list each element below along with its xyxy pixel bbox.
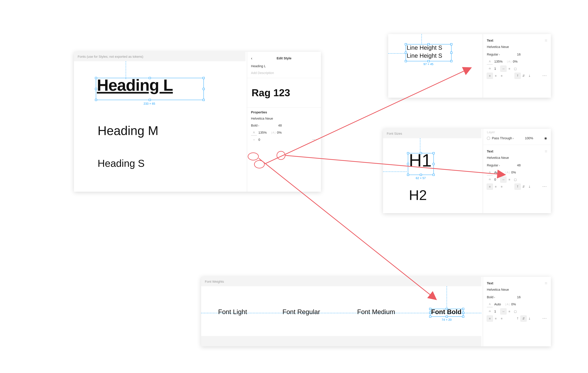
text-resize-group[interactable]: ↔ ≡ ▢	[500, 308, 518, 314]
font-weight-select[interactable]: Bold▾	[251, 124, 276, 127]
canvas[interactable]: H1 62 × 57 H2	[383, 138, 481, 213]
canvas[interactable]: Font Light Font Regular Font Medium Font…	[201, 286, 481, 336]
align-left-icon[interactable]: ≡	[487, 316, 493, 321]
frame-header: Font Weights	[201, 277, 481, 286]
properties-label: Properties	[251, 110, 317, 114]
visibility-icon[interactable]: ◉	[544, 136, 547, 140]
align-right-icon[interactable]: ≡	[499, 73, 504, 79]
align-center-icon[interactable]: ≡	[493, 73, 499, 79]
vertical-align-group[interactable]: ⤒ ⇵ ⤓	[515, 316, 532, 321]
text-resize-group[interactable]: ↔ ≡ ▢	[500, 176, 518, 183]
style-preview: Rag 123	[252, 87, 290, 98]
align-middle-icon[interactable]: ⇵	[521, 73, 526, 79]
style-options-icon[interactable]: ∷	[545, 150, 547, 153]
font-size-input[interactable]: 48	[517, 164, 521, 167]
line-height-input[interactable]: Auto	[494, 302, 501, 306]
align-middle-icon[interactable]: ⇵	[521, 184, 526, 190]
paragraph-spacing-input[interactable]: 0	[258, 138, 260, 142]
font-weight-select[interactable]: Regular▾	[487, 53, 515, 56]
style-name-input[interactable]: Heading L	[251, 64, 317, 68]
font-size-input[interactable]: 16	[517, 295, 521, 299]
font-size-input[interactable]: 16	[517, 53, 521, 56]
font-weight-select[interactable]: Regular▾	[487, 164, 515, 167]
font-family-select[interactable]: Helvetica Neue	[487, 288, 547, 292]
align-top-icon[interactable]: ⤒	[515, 73, 521, 79]
horizontal-align-group[interactable]: ≡ ≡ ≡	[487, 316, 504, 321]
style-options-icon[interactable]: ∷	[545, 39, 547, 43]
panel-line-height: Line Height S Line Height S 97 × 45 Text…	[388, 34, 551, 98]
back-icon[interactable]: ‹	[251, 56, 252, 61]
font-family-select[interactable]: Helvetica Neue	[251, 117, 317, 121]
auto-height-icon[interactable]: ≡	[506, 66, 512, 72]
align-top-icon[interactable]: ⤒	[515, 316, 521, 321]
paragraph-spacing-input[interactable]: 0	[494, 178, 496, 181]
letter-spacing-input[interactable]: 0%	[277, 131, 282, 134]
letter-spacing-input[interactable]: 0%	[513, 60, 518, 64]
align-left-icon[interactable]: ≡	[487, 73, 493, 79]
frame-label: Font Sizes	[387, 132, 402, 135]
auto-height-icon[interactable]: ≡	[506, 308, 512, 314]
auto-height-icon[interactable]: ≡	[506, 176, 512, 183]
font-weight-select[interactable]: Bold▾	[487, 295, 515, 299]
line-height-input[interactable]: Auto	[494, 171, 501, 174]
paragraph-spacing-input[interactable]: 1	[494, 309, 496, 313]
add-description[interactable]: Add Description	[251, 71, 317, 75]
h2-sample[interactable]: H2	[409, 187, 427, 203]
vertical-align-group[interactable]: ⤒ ⇵ ⤓	[515, 73, 532, 79]
paragraph-spacing-input[interactable]: 1	[494, 67, 496, 71]
align-left-icon[interactable]: ≡	[487, 184, 493, 190]
paragraph-spacing-icon: ≐	[487, 176, 493, 183]
blend-mode-select[interactable]: Pass Through▾	[492, 136, 514, 140]
align-bottom-icon[interactable]: ⤓	[526, 316, 532, 321]
letter-spacing-input[interactable]: 0%	[511, 171, 516, 174]
line-height-input[interactable]: 135%	[494, 60, 503, 64]
align-bottom-icon[interactable]: ⤓	[526, 184, 532, 190]
auto-width-icon[interactable]: ↔	[500, 66, 506, 72]
horizontal-align-group[interactable]: ≡ ≡ ≡	[487, 184, 504, 190]
letter-spacing-input[interactable]: 0%	[511, 302, 516, 306]
canvas[interactable]: Line Height S Line Height S 97 × 45	[388, 34, 481, 98]
font-family-select[interactable]: Helvetica Neue	[487, 45, 547, 49]
more-options-icon[interactable]: ···	[543, 317, 547, 320]
paragraph-spacing-icon: ≐	[251, 137, 257, 143]
panel-font-weights: Font Weights Font Light Font Regular Fon…	[201, 277, 551, 346]
align-middle-icon[interactable]: ⇵	[521, 316, 526, 321]
opacity-input[interactable]: 100%	[525, 136, 533, 140]
text-properties-sidebar: Text ∷ Helvetica Neue Bold▾ 16 A Auto | …	[483, 277, 551, 346]
line-height-icon: A	[487, 169, 493, 176]
selection-box	[430, 309, 463, 317]
text-heading-s[interactable]: Heading S	[98, 157, 145, 169]
text-resize-group[interactable]: ↔ ≡ ▢	[500, 66, 518, 72]
fixed-size-icon[interactable]: ▢	[512, 176, 518, 183]
fixed-size-icon[interactable]: ▢	[512, 66, 518, 72]
align-center-icon[interactable]: ≡	[493, 184, 499, 190]
align-top-icon[interactable]: ⤒	[515, 184, 521, 190]
align-right-icon[interactable]: ≡	[499, 316, 504, 321]
edit-style-sidebar: ‹ Edit Style Heading L Add Description R…	[247, 52, 321, 192]
selection-box	[408, 153, 434, 175]
font-family-select[interactable]: Helvetica Neue	[487, 156, 547, 160]
line-height-input[interactable]: 135%	[258, 131, 267, 134]
line-height-icon: A	[487, 59, 493, 65]
font-regular-sample[interactable]: Font Regular	[283, 308, 320, 316]
font-light-sample[interactable]: Font Light	[218, 308, 247, 316]
auto-width-icon[interactable]: ↔	[500, 176, 506, 183]
font-medium-sample[interactable]: Font Medium	[357, 308, 395, 316]
style-options-icon[interactable]: ∷	[545, 281, 547, 285]
vertical-align-group[interactable]: ⤒ ⇵ ⤓	[515, 184, 532, 190]
frame-header: Fonts (use for Styles; not exported as t…	[74, 52, 245, 61]
more-options-icon[interactable]: ···	[313, 138, 317, 142]
align-bottom-icon[interactable]: ⤓	[526, 73, 532, 79]
font-size-input[interactable]: 48	[278, 124, 282, 127]
align-right-icon[interactable]: ≡	[499, 184, 504, 190]
text-properties-sidebar: Layer Pass Through▾ 100% ◉ Text ∷ Helvet…	[483, 129, 551, 213]
more-options-icon[interactable]: ···	[543, 74, 547, 78]
fixed-size-icon[interactable]: ▢	[512, 308, 518, 314]
more-options-icon[interactable]: ···	[543, 185, 547, 188]
text-heading-m[interactable]: Heading M	[98, 123, 158, 138]
auto-width-icon[interactable]: ↔	[500, 308, 506, 314]
align-center-icon[interactable]: ≡	[493, 316, 499, 321]
horizontal-align-group[interactable]: ≡ ≡ ≡	[487, 73, 504, 79]
sidebar-title: Edit Style	[277, 56, 291, 60]
canvas[interactable]: Heading L 233 × 65 Heading M Heading S	[74, 61, 245, 192]
